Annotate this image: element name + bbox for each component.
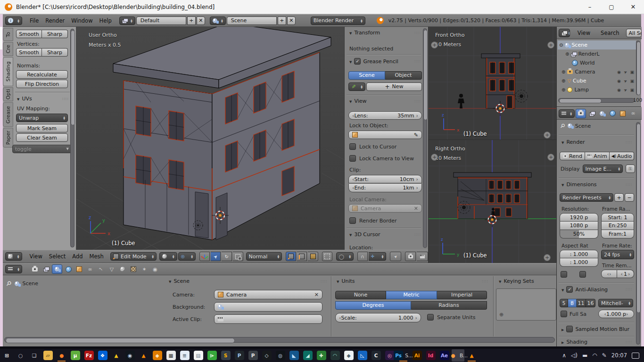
expand-plus-icon[interactable]: ⊕ bbox=[561, 69, 565, 74]
opengl-render-button[interactable] bbox=[405, 252, 416, 261]
vlc-open-icon[interactable]: ▲ bbox=[465, 349, 478, 362]
compass-app-icon[interactable]: ◠ bbox=[329, 349, 341, 362]
panel-grip-icon[interactable] bbox=[626, 140, 632, 145]
expand-minus-icon[interactable]: ⊖ bbox=[559, 42, 563, 48]
tab-constraints[interactable]: ∞ bbox=[628, 109, 638, 118]
region-expand-icon[interactable]: + bbox=[431, 41, 438, 49]
render-panel-header[interactable]: Render bbox=[561, 139, 632, 145]
render-presets-dropdown[interactable]: Render Presets bbox=[560, 193, 613, 202]
outliner-display-filter[interactable]: All Sc bbox=[626, 29, 642, 37]
outliner-editor-type-button[interactable] bbox=[559, 29, 570, 37]
toolshelf-tab-shading[interactable]: Shading bbox=[3, 57, 13, 86]
scene-panel-header[interactable]: Scene bbox=[169, 278, 327, 284]
outliner-view-menu[interactable]: View bbox=[575, 30, 593, 36]
panel-grip-icon[interactable] bbox=[482, 279, 488, 284]
c-app-icon[interactable]: C bbox=[370, 349, 382, 362]
units-metric-button[interactable]: Metric bbox=[386, 291, 437, 299]
units-scale-field[interactable]: Scale: 1.000 bbox=[335, 313, 421, 322]
set-origin-button[interactable]: ➤ bbox=[390, 252, 401, 261]
shading-sharp-button[interactable]: Sharp bbox=[42, 30, 68, 38]
view-panel-header[interactable]: View bbox=[349, 98, 421, 104]
clip-start-field[interactable]: Start: 10cm bbox=[348, 175, 422, 183]
vertex-select-button[interactable] bbox=[286, 252, 296, 261]
scene-background-field[interactable] bbox=[214, 302, 322, 312]
frame-start-field[interactable]: Start: 1 bbox=[601, 213, 634, 222]
fps-dropdown[interactable]: 24 fps bbox=[601, 250, 634, 259]
units-degrees-button[interactable]: Degrees bbox=[335, 301, 411, 310]
transform-panel-header[interactable]: Transform bbox=[349, 30, 421, 36]
local-camera-field[interactable]: Camera ✕ bbox=[348, 204, 422, 213]
outliner-scrollbar-vertical[interactable] bbox=[636, 41, 640, 95]
minimize-button[interactable]: – bbox=[579, 0, 601, 14]
tab-world[interactable] bbox=[64, 265, 73, 273]
render-engine-dropdown[interactable]: Blender Render bbox=[311, 16, 365, 25]
panel-grip-icon[interactable] bbox=[415, 232, 421, 237]
tab-particles[interactable]: ✶ bbox=[140, 265, 149, 273]
scene-selector-field[interactable]: Scene bbox=[227, 16, 277, 25]
scale-manipulator-button[interactable] bbox=[233, 252, 243, 261]
screen-layout-icon-button[interactable] bbox=[119, 16, 135, 25]
expand-plus-icon[interactable]: ⊕ bbox=[561, 78, 565, 83]
lock-to-cursor-checkbox[interactable] bbox=[349, 143, 356, 150]
time-old-field[interactable] bbox=[601, 270, 617, 278]
firefox-icon[interactable]: ● bbox=[55, 349, 68, 362]
orange-app-icon[interactable]: ◆ bbox=[151, 349, 164, 362]
expand-plus-icon[interactable]: ⊕ bbox=[561, 87, 565, 92]
gdrive-icon[interactable]: ▲ bbox=[110, 349, 123, 362]
panel-grip-icon[interactable] bbox=[626, 287, 632, 292]
editor-type-button[interactable]: i bbox=[5, 16, 22, 25]
battery-icon[interactable]: ▬ bbox=[582, 352, 587, 359]
screen-layout-field[interactable]: Default bbox=[136, 16, 186, 25]
units-radians-button[interactable]: Radians bbox=[411, 301, 487, 310]
outliner-row-lamp[interactable]: ⊕ Lamp ◉ ➤ ▣ bbox=[558, 85, 636, 94]
anti-aliasing-checkbox[interactable] bbox=[566, 286, 573, 293]
photoshop-icon[interactable]: PsS... bbox=[397, 349, 410, 362]
tab-data[interactable]: ▽ bbox=[107, 265, 116, 273]
render-button[interactable]: Rend bbox=[560, 152, 585, 160]
units-none-button[interactable]: None bbox=[335, 291, 386, 299]
unity-icon[interactable]: ◇ bbox=[260, 349, 273, 362]
eyedropper-icon[interactable]: ✎ bbox=[414, 132, 418, 138]
toolshelf-tab-paper[interactable]: Paper bbox=[3, 128, 13, 148]
notepad-icon[interactable]: ≡ bbox=[178, 349, 191, 362]
scene-close-button[interactable]: ✕ bbox=[287, 16, 296, 25]
view3d-menu-mesh[interactable]: Mesh bbox=[87, 253, 107, 260]
scene-camera-field[interactable]: Camera ✕ bbox=[214, 290, 322, 299]
selectability-cursor-icon[interactable]: ➤ bbox=[623, 69, 628, 74]
tray-expand-icon[interactable]: ∧ bbox=[562, 352, 566, 359]
recalculate-button[interactable]: Recalculate bbox=[16, 70, 68, 79]
viewport-front-canvas[interactable]: z x Front Ortho 10 Meters (1) Cube + + + bbox=[428, 27, 556, 140]
cursor-panel-header[interactable]: 3D Cursor bbox=[349, 231, 421, 238]
separate-units-checkbox[interactable] bbox=[427, 314, 434, 321]
unwrap-dropdown[interactable]: Unwrap bbox=[16, 114, 68, 122]
ruler-app-icon[interactable]: ◺ bbox=[356, 349, 369, 362]
menu-render[interactable]: Render bbox=[42, 17, 67, 24]
outliner-row-camera[interactable]: ⊕ Camera ◉ ➤ ▣ bbox=[558, 67, 636, 76]
outliner-row-world[interactable]: World bbox=[558, 58, 636, 67]
viewport-right-canvas[interactable]: z y Right Ortho 10 Meters (1) Cube + + + bbox=[428, 140, 556, 263]
p-dark-app-icon[interactable]: P bbox=[233, 349, 246, 362]
region-expand-icon[interactable]: + bbox=[547, 154, 554, 161]
tab-render[interactable] bbox=[30, 265, 40, 273]
clear-icon[interactable]: ✕ bbox=[314, 292, 319, 298]
start-button[interactable]: ⊞ bbox=[0, 349, 13, 362]
motion-blur-panel-header[interactable]: Sampled Motion Blur bbox=[561, 326, 632, 332]
vertices-smooth-button[interactable]: Smooth bbox=[16, 48, 42, 57]
preset-add-button[interactable]: + bbox=[614, 193, 624, 202]
notification-icon[interactable] bbox=[632, 353, 639, 359]
bottom-scrollbar-horizontal[interactable] bbox=[4, 337, 555, 343]
frame-end-field[interactable]: En:250 bbox=[601, 222, 634, 230]
screen-layout-close-button[interactable]: ✕ bbox=[197, 16, 205, 25]
add-keying-set-icon[interactable]: ⊕ bbox=[499, 312, 504, 318]
tab-render[interactable] bbox=[576, 109, 586, 118]
taskbar-clock[interactable]: 20:07 bbox=[611, 352, 627, 359]
viewport-shading-dropdown[interactable] bbox=[159, 252, 177, 261]
npanel-scrollbar[interactable] bbox=[423, 28, 427, 248]
selectability-cursor-icon[interactable]: ➤ bbox=[623, 87, 628, 92]
renderability-camera-icon[interactable]: ▣ bbox=[630, 79, 634, 83]
snap-element-dropdown[interactable]: ✛ bbox=[369, 252, 386, 261]
clip-end-field[interactable]: End: 1km bbox=[348, 184, 422, 192]
aa-pixel-size-field[interactable]: 1.000 p bbox=[598, 310, 634, 318]
green-3d-app-icon[interactable]: ✚ bbox=[315, 349, 328, 362]
document-icon[interactable]: ▤ bbox=[192, 349, 205, 362]
